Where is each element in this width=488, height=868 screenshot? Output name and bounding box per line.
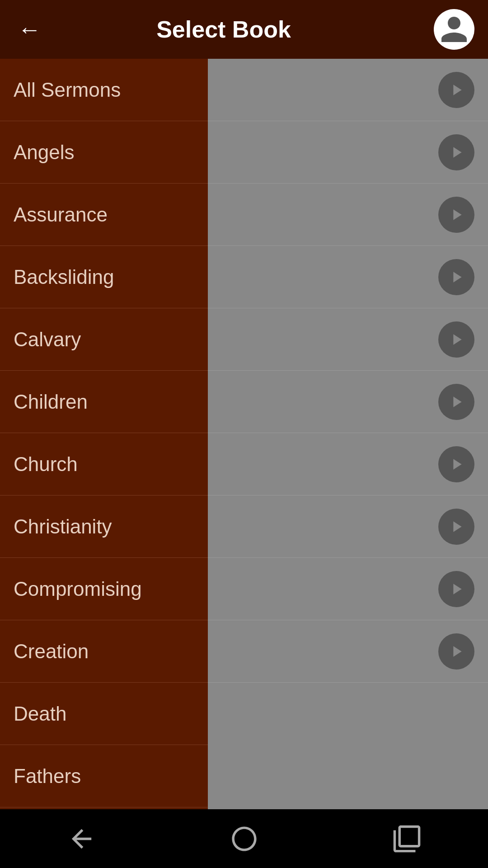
sidebar-item-children[interactable]: Children <box>0 371 208 433</box>
sidebar-item-creation[interactable]: Creation <box>0 620 208 683</box>
play-button[interactable] <box>438 509 474 545</box>
sidebar-item-backsliding[interactable]: Backsliding <box>0 246 208 308</box>
sidebar-item-label: Fathers <box>14 765 81 788</box>
sidebar-item-label: All Sermons <box>14 79 121 101</box>
sidebar-item-death[interactable]: Death <box>0 683 208 745</box>
nav-recent-icon <box>392 824 422 854</box>
play-button[interactable] <box>438 72 474 108</box>
sidebar-item-label: Christianity <box>14 515 112 538</box>
page-title: Select Book <box>14 16 434 43</box>
play-icon <box>447 518 465 536</box>
play-button[interactable] <box>438 321 474 358</box>
sidebar-item-label: Creation <box>14 640 89 663</box>
header: ← Select Book <box>0 0 488 59</box>
sidebar-item-label: Angels <box>14 141 75 164</box>
nav-back-button[interactable] <box>59 816 104 861</box>
sidebar-item-label: Church <box>14 453 78 476</box>
sidebar-item-church[interactable]: Church <box>0 433 208 495</box>
play-icon <box>447 393 465 411</box>
nav-home-icon <box>230 824 259 854</box>
main-content: 16 Facets of the l of God n Heart <box>0 59 488 809</box>
sidebar-item-compromising[interactable]: Compromising <box>0 558 208 620</box>
play-icon <box>447 330 465 349</box>
nav-recent-button[interactable] <box>384 816 429 861</box>
sidebar-item-calvary[interactable]: Calvary <box>0 308 208 371</box>
sidebar-item-label: Backsliding <box>14 266 114 288</box>
play-button[interactable] <box>438 633 474 670</box>
play-icon <box>447 642 465 660</box>
bottom-nav <box>0 809 488 868</box>
sidebar-item-assurance[interactable]: Assurance <box>0 184 208 246</box>
play-icon <box>447 143 465 161</box>
sidebar-item-all-sermons[interactable]: All Sermons <box>0 59 208 121</box>
sidebar-item-label: Compromising <box>14 578 142 600</box>
sidebar-item-fathers[interactable]: Fathers <box>0 745 208 807</box>
avatar-button[interactable] <box>434 9 474 50</box>
play-icon <box>447 580 465 598</box>
play-button[interactable] <box>438 446 474 482</box>
play-icon <box>447 81 465 99</box>
play-icon <box>447 206 465 224</box>
sidebar-item-label: Children <box>14 391 88 413</box>
sidebar-item-christianity[interactable]: Christianity <box>0 495 208 558</box>
sidebar-item-label: Calvary <box>14 328 81 351</box>
nav-back-icon <box>67 824 96 854</box>
play-button[interactable] <box>438 571 474 607</box>
sidebar: All Sermons Angels Assurance Backsliding… <box>0 59 208 809</box>
sidebar-item-label: Death <box>14 703 66 725</box>
nav-home-button[interactable] <box>221 816 267 861</box>
sidebar-item-label: Assurance <box>14 203 108 226</box>
play-icon <box>447 268 465 286</box>
person-icon <box>438 14 470 45</box>
play-button[interactable] <box>438 259 474 295</box>
play-button[interactable] <box>438 384 474 420</box>
play-icon <box>447 455 465 473</box>
play-button[interactable] <box>438 134 474 170</box>
play-button[interactable] <box>438 197 474 233</box>
sidebar-item-angels[interactable]: Angels <box>0 121 208 184</box>
